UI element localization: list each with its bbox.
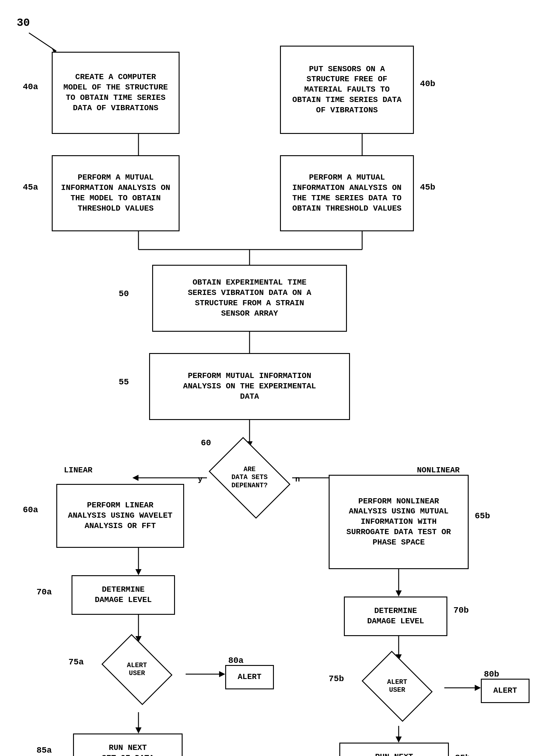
svg-marker-33 xyxy=(395,736,402,743)
label-70b: 70b xyxy=(453,606,468,615)
box-70a: DETERMINE DAMAGE LEVEL xyxy=(71,575,175,615)
label-70a: 70a xyxy=(37,587,52,597)
label-50: 50 xyxy=(119,289,129,299)
label-60a: 60a xyxy=(23,505,38,515)
box-40a: CREATE A COMPUTER MODEL OF THE STRUCTURE… xyxy=(52,52,179,134)
label-60: 60 xyxy=(201,438,211,448)
box-80b: ALERT xyxy=(481,679,529,703)
box-45a: PERFORM A MUTUAL INFORMATION ANALYSIS ON… xyxy=(52,155,179,231)
label-45a: 45a xyxy=(23,183,38,192)
nonlinear-label: NONLINEAR xyxy=(417,466,459,475)
svg-marker-19 xyxy=(135,569,141,575)
svg-marker-21 xyxy=(395,590,402,596)
svg-marker-31 xyxy=(135,727,141,733)
svg-marker-15 xyxy=(132,475,138,481)
box-65b: PERFORM NONLINEAR ANALYSIS USING MUTUAL … xyxy=(329,475,468,569)
box-40b: PUT SENSORS ON A STRUCTURE FREE OF MATER… xyxy=(280,46,414,134)
label-45b: 45b xyxy=(420,183,435,192)
box-60a: PERFORM LINEAR ANALYSIS USING WAVELET AN… xyxy=(56,484,184,548)
label-85a: 85a xyxy=(37,746,52,755)
diagram-container: 30 CREATE A COMPUTER MODEL OF THE STRUCT… xyxy=(0,0,556,756)
label-80b: 80b xyxy=(484,669,499,679)
diamond-60: ARE DATA SETS DEPENANT? xyxy=(207,441,292,514)
box-50: OBTAIN EXPERIMENTAL TIME SERIES VIBRATIO… xyxy=(152,265,347,332)
box-70b: DETERMINE DAMAGE LEVEL xyxy=(344,596,447,636)
label-40b: 40b xyxy=(420,79,435,89)
box-85b: RUN NEXT SET OF DATA xyxy=(339,743,449,756)
svg-marker-27 xyxy=(219,671,225,677)
svg-line-34 xyxy=(29,33,56,51)
label-65b: 65b xyxy=(475,511,490,521)
label-85b: 85b xyxy=(455,753,470,756)
diamond-75a: ALERT USER xyxy=(100,639,173,700)
n-label: n xyxy=(295,475,300,484)
diamond-75b: ALERT USER xyxy=(360,656,434,717)
y-label: y xyxy=(198,475,203,484)
label-40a: 40a xyxy=(23,82,38,92)
box-55: PERFORM MUTUAL INFORMATION ANALYSIS ON T… xyxy=(149,353,350,420)
label-75a: 75a xyxy=(68,657,84,667)
box-45b: PERFORM A MUTUAL INFORMATION ANALYSIS ON… xyxy=(280,155,414,231)
diagram-title-label: 30 xyxy=(17,17,30,29)
label-80a: 80a xyxy=(228,656,243,665)
svg-marker-29 xyxy=(475,685,481,691)
label-55: 55 xyxy=(119,377,129,387)
label-75b: 75b xyxy=(329,674,344,684)
linear-label: LINEAR xyxy=(64,466,93,475)
box-80a: ALERT xyxy=(225,665,274,689)
box-85a: RUN NEXT SET OF DATA xyxy=(73,733,183,756)
